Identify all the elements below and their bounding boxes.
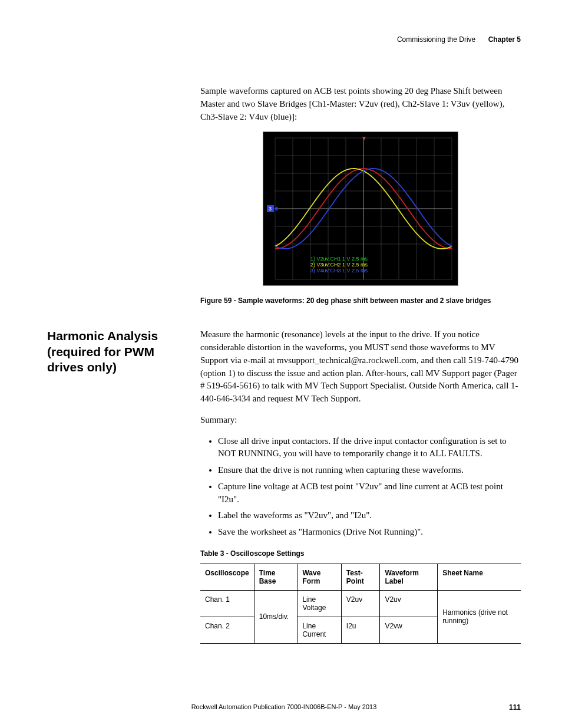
- table-cell: Chan. 2: [200, 617, 254, 643]
- footer-publication: Rockwell Automation Publication 7000-IN0…: [191, 703, 377, 710]
- svg-marker-22: [362, 137, 366, 140]
- svg-text:3: 3: [269, 206, 272, 212]
- scope-figure: 3 1) V2uv:CH1 1 V 2.5 ms 2) V3uv:CH2 1 V…: [200, 131, 521, 286]
- intro-paragraph: Sample waveforms captured on ACB test po…: [200, 85, 521, 123]
- section-heading: Harmonic Analysis (required for PWM driv…: [47, 328, 183, 375]
- table-header: Waveform Label: [380, 564, 438, 590]
- table-cell: I2u: [341, 617, 380, 643]
- scope-svg: 3 1) V2uv:CH1 1 V 2.5 ms 2) V3uv:CH2 1 V…: [263, 132, 458, 285]
- table-cell: V2vw: [380, 617, 438, 643]
- list-item: Close all drive input contactors. If the…: [218, 435, 521, 461]
- list-item: Capture line voltage at ACB test point "…: [218, 480, 521, 506]
- table-cell: Harmonics (drive not running): [438, 590, 521, 643]
- table-cell: 10ms/div.: [254, 590, 297, 643]
- svg-text:3) V4uv:CH3  1  V  2.5 ms: 3) V4uv:CH3 1 V 2.5 ms: [310, 268, 368, 274]
- summary-label: Summary:: [200, 414, 521, 427]
- table-header: Sheet Name: [438, 564, 521, 590]
- table-header-row: Oscilloscope Time Base Wave Form Test-Po…: [200, 564, 521, 590]
- header-chapter: Chapter 5: [488, 35, 521, 44]
- page-footer: Rockwell Automation Publication 7000-IN0…: [47, 703, 521, 710]
- table-header: Oscilloscope: [200, 564, 254, 590]
- list-item: Label the waveforms as "V2uv", and "I2u"…: [218, 509, 521, 522]
- table-header: Test-Point: [341, 564, 380, 590]
- svg-marker-21: [274, 206, 277, 211]
- table-cell: V2uv: [341, 590, 380, 617]
- summary-list: Close all drive input contactors. If the…: [218, 435, 521, 539]
- section-body: Measure the harmonic (resonance) levels …: [200, 328, 521, 406]
- table-header: Wave Form: [297, 564, 341, 590]
- header-section: Commissioning the Drive: [397, 35, 475, 44]
- svg-text:1) V2uv:CH1  1  V  2.5 ms: 1) V2uv:CH1 1 V 2.5 ms: [310, 256, 368, 262]
- list-item: Ensure that the drive is not running whe…: [218, 464, 521, 477]
- table-cell: Chan. 1: [200, 590, 254, 617]
- oscilloscope-settings-table: Oscilloscope Time Base Wave Form Test-Po…: [200, 564, 521, 644]
- figure-caption: Figure 59 - Sample waveforms: 20 deg pha…: [200, 297, 521, 305]
- table-header: Time Base: [254, 564, 297, 590]
- page-number: 111: [509, 703, 521, 711]
- oscilloscope-screen: 3 1) V2uv:CH1 1 V 2.5 ms 2) V3uv:CH2 1 V…: [263, 131, 458, 286]
- table-cell: Line Current: [297, 617, 341, 643]
- list-item: Save the worksheet as "Harmonics (Drive …: [218, 526, 521, 539]
- page-header: Commissioning the Drive Chapter 5: [47, 35, 521, 44]
- svg-text:2) V3uv:CH2  1  V  2.5 ms: 2) V3uv:CH2 1 V 2.5 ms: [310, 262, 368, 268]
- table-row: Chan. 1 10ms/div. Line Voltage V2uv V2uv…: [200, 590, 521, 617]
- table-cell: Line Voltage: [297, 590, 341, 617]
- table-caption: Table 3 - Oscilloscope Settings: [200, 549, 521, 558]
- table-cell: V2uv: [380, 590, 438, 617]
